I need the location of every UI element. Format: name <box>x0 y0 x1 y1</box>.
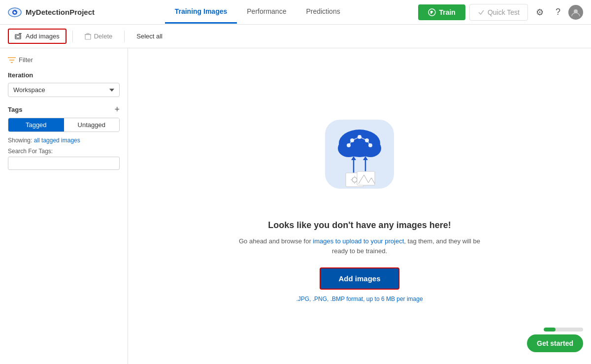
tab-predictions[interactable]: Predictions <box>296 0 350 24</box>
toolbar-divider-2 <box>124 31 125 42</box>
showing-link[interactable]: all tagged images <box>34 137 80 144</box>
avatar[interactable] <box>568 5 583 20</box>
logo-icon <box>8 5 22 19</box>
train-icon <box>428 8 436 16</box>
main-content: Looks like you don't have any images her… <box>128 48 591 364</box>
user-avatar-icon <box>571 8 580 17</box>
sidebar: Filter Iteration Workspace Tags + Tagged… <box>0 48 128 364</box>
svg-rect-10 <box>16 35 20 38</box>
logo-area: MyDetectionProject <box>8 5 97 19</box>
main-nav: Training Images Performance Predictions <box>102 0 412 24</box>
tag-toggle: Tagged Untagged <box>8 118 120 132</box>
progress-bar-fill <box>544 328 556 331</box>
select-all-button[interactable]: Select all <box>131 30 168 43</box>
tagged-button[interactable]: Tagged <box>8 118 64 132</box>
filter-row[interactable]: Filter <box>8 56 120 64</box>
empty-desc-link[interactable]: images to upload to your project <box>313 237 404 245</box>
project-name: MyDetectionProject <box>26 8 95 16</box>
tags-title: Tags <box>8 106 22 113</box>
help-button[interactable]: ? <box>552 5 564 19</box>
add-images-icon <box>15 33 23 40</box>
add-tag-button[interactable]: + <box>114 105 120 114</box>
train-label: Train <box>439 8 455 16</box>
trash-icon <box>85 33 91 40</box>
svg-point-21 <box>338 139 360 157</box>
empty-title: Looks like you don't have any images her… <box>268 220 451 231</box>
header-actions: Train Quick Test ⚙ ? <box>418 4 583 21</box>
empty-desc: Go ahead and browse for images to upload… <box>231 236 488 256</box>
tab-training-images[interactable]: Training Images <box>165 0 237 24</box>
showing-text: Showing: all tagged images <box>8 137 120 144</box>
tags-header: Tags + <box>8 105 120 114</box>
quick-test-label: Quick Test <box>488 8 520 16</box>
add-images-main-button[interactable]: Add images <box>320 267 399 290</box>
quick-test-button[interactable]: Quick Test <box>469 4 528 21</box>
iteration-dropdown[interactable]: Workspace <box>8 83 120 97</box>
checkmark-icon <box>478 9 485 16</box>
toolbar: Add images Delete Select all <box>0 25 591 48</box>
delete-label: Delete <box>94 33 113 40</box>
search-tags-label: Search For Tags: <box>8 148 120 155</box>
format-text: .JPG, .PNG, .BMP format, up to 6 MB per … <box>296 296 423 302</box>
progress-bar-container <box>544 328 583 331</box>
header: MyDetectionProject Training Images Perfo… <box>0 0 591 25</box>
delete-button[interactable]: Delete <box>79 30 119 43</box>
untagged-button[interactable]: Untagged <box>64 118 120 132</box>
bottom-right: Get started <box>527 328 583 352</box>
train-button[interactable]: Train <box>418 4 465 20</box>
tab-performance[interactable]: Performance <box>237 0 296 24</box>
main-layout: Filter Iteration Workspace Tags + Tagged… <box>0 48 591 364</box>
filter-icon <box>8 57 16 64</box>
svg-rect-11 <box>85 34 91 39</box>
settings-icon: ⚙ <box>536 7 544 18</box>
svg-point-3 <box>15 11 16 12</box>
empty-desc-prefix: Go ahead and browse for <box>239 237 313 245</box>
settings-button[interactable]: ⚙ <box>532 5 548 20</box>
svg-point-22 <box>360 139 381 157</box>
get-started-button[interactable]: Get started <box>527 334 583 352</box>
empty-illustration <box>310 110 409 208</box>
add-images-toolbar-label: Add images <box>26 33 60 40</box>
showing-prefix: Showing: <box>8 137 34 144</box>
search-tags-input[interactable] <box>8 157 120 170</box>
toolbar-divider-1 <box>72 31 73 42</box>
help-icon: ? <box>556 7 560 17</box>
iteration-label: Iteration <box>8 71 120 79</box>
filter-label: Filter <box>19 56 33 64</box>
add-images-button-toolbar[interactable]: Add images <box>8 29 66 44</box>
